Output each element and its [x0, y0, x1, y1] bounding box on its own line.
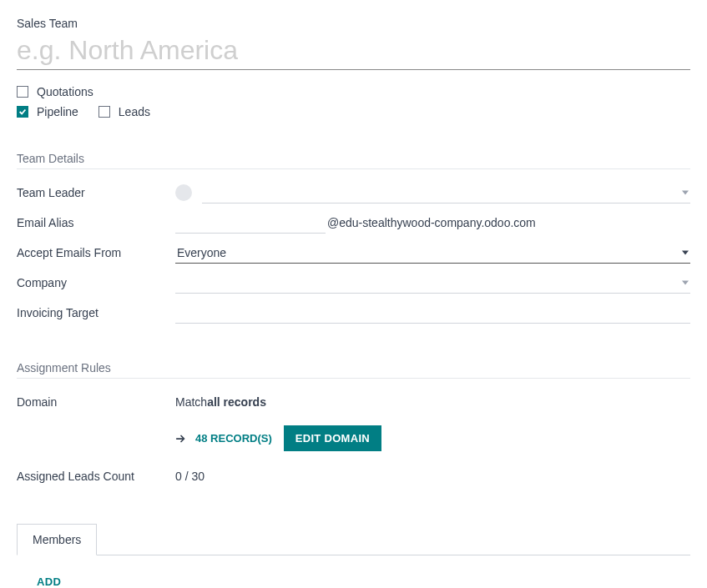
- company-label: Company: [17, 276, 175, 289]
- option-row-quotations: Quotations: [17, 85, 690, 98]
- avatar-icon: [175, 184, 192, 201]
- invoicing-target-input[interactable]: [175, 303, 690, 324]
- sales-team-form: Sales Team Quotations Pipeline Leads Tea…: [17, 17, 690, 588]
- row-accept-emails: Accept Emails From: [17, 238, 690, 268]
- tab-members[interactable]: Members: [17, 524, 97, 555]
- row-team-leader: Team Leader: [17, 178, 690, 208]
- team-leader-input[interactable]: [202, 183, 690, 204]
- email-alias-suffix: @edu-stealthywood-company.odoo.com: [327, 216, 536, 229]
- company-input[interactable]: [175, 273, 690, 294]
- add-button[interactable]: ADD: [37, 575, 61, 588]
- team-name-input[interactable]: [17, 32, 690, 70]
- leads-checkbox[interactable]: [98, 106, 110, 118]
- quotations-label: Quotations: [37, 85, 93, 98]
- quotations-checkbox[interactable]: [17, 86, 28, 98]
- row-email-alias: Email Alias @edu-stealthywood-company.od…: [17, 208, 690, 238]
- leads-label: Leads: [119, 105, 150, 118]
- accept-emails-label: Accept Emails From: [17, 246, 175, 259]
- row-company: Company: [17, 268, 690, 298]
- row-assigned-leads: Assigned Leads Count 0 / 30: [17, 461, 690, 491]
- section-team-details: Team Details: [17, 152, 690, 169]
- row-records-actions: 48 RECORD(S) EDIT DOMAIN: [17, 425, 690, 451]
- assigned-leads-value: 0 / 30: [175, 470, 690, 483]
- arrow-right-icon: [175, 433, 187, 445]
- domain-match-value: all records: [207, 395, 266, 409]
- domain-match-prefix: Match: [175, 395, 207, 409]
- row-invoicing-target: Invoicing Target: [17, 298, 690, 328]
- invoicing-target-label: Invoicing Target: [17, 306, 175, 319]
- team-leader-label: Team Leader: [17, 186, 175, 199]
- email-alias-label: Email Alias: [17, 216, 175, 229]
- row-domain: Domain Match all records: [17, 387, 690, 417]
- records-count-text: 48 RECORD(S): [195, 432, 272, 445]
- edit-domain-button[interactable]: EDIT DOMAIN: [284, 425, 381, 451]
- form-title-label: Sales Team: [17, 17, 690, 30]
- pipeline-checkbox[interactable]: [17, 106, 28, 118]
- checkmark-icon: [18, 108, 27, 116]
- tabs: Members: [17, 523, 690, 555]
- option-row-pipeline-leads: Pipeline Leads: [17, 105, 690, 118]
- domain-label: Domain: [17, 395, 175, 409]
- section-assignment-rules: Assignment Rules: [17, 361, 690, 379]
- email-alias-input[interactable]: [175, 213, 326, 234]
- pipeline-label: Pipeline: [37, 105, 78, 118]
- assigned-leads-label: Assigned Leads Count: [17, 470, 175, 483]
- records-link[interactable]: 48 RECORD(S): [175, 432, 272, 445]
- accept-emails-select[interactable]: [175, 243, 690, 264]
